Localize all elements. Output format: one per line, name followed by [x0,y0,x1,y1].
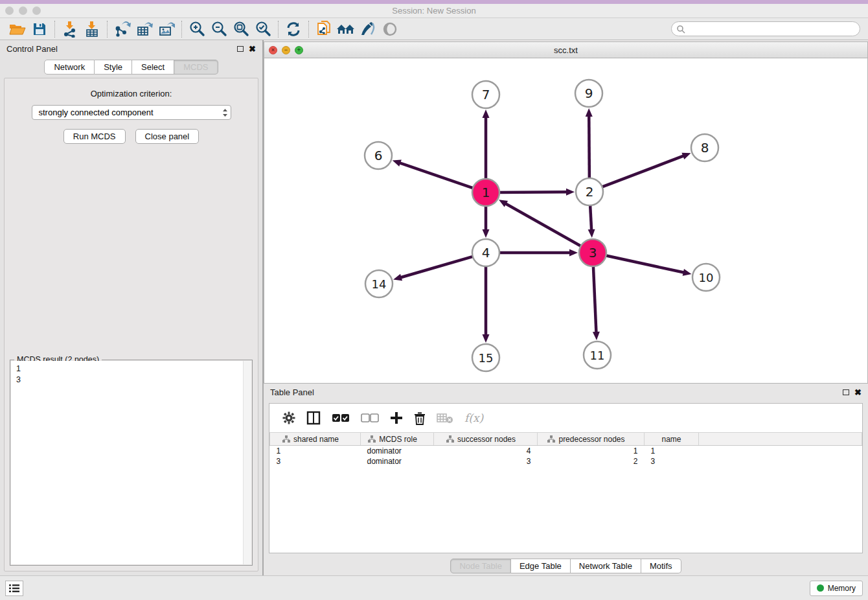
tab-edge-table[interactable]: Edge Table [511,559,571,573]
hide-graphics-button[interactable] [379,20,401,38]
task-history-button[interactable] [5,581,23,596]
float-panel-icon[interactable] [843,389,849,395]
save-session-button[interactable] [29,20,51,38]
import-table-icon [84,21,100,38]
control-panel: Control Panel ✖ Network Style Select MCD… [0,40,262,575]
show-all-networks-button[interactable] [335,20,357,38]
refresh-icon [286,21,301,37]
table-cell[interactable]: 4 [434,446,538,456]
graph-edge-1-2[interactable] [498,192,567,192]
close-panel-icon[interactable]: ✖ [854,388,862,397]
table-cell[interactable]: dominator [361,446,434,456]
apply-layout-button[interactable] [282,20,304,38]
search-input[interactable] [685,23,860,35]
table-cell[interactable]: 3 [645,456,699,467]
show-columns-icon[interactable] [306,411,321,425]
graph-node-label: 9 [585,86,593,101]
table-cell[interactable]: 3 [270,456,361,467]
table-row[interactable]: 1dominator411 [270,446,862,456]
mcds-result-group: MCDS result (2 nodes) 1 3 [10,360,253,566]
table-cell[interactable]: 1 [270,446,361,456]
graph-edge-3-10[interactable] [605,255,685,273]
column-name[interactable]: name [645,433,699,446]
graph-edge-3-11[interactable] [593,265,597,333]
import-network-button[interactable] [59,20,81,38]
network-view-window: × − + scc.txt 7968124314101511 [264,41,868,384]
graph-arrowhead [566,189,575,196]
table-type-tabs: Node Table Edge Table Network Table Moti… [264,559,868,573]
mcds-result-list[interactable]: 1 3 [11,361,251,564]
zoom-selected-button[interactable] [252,20,274,38]
toolbar-separator [107,21,108,38]
clone-network-button[interactable] [313,20,335,38]
export-table-button[interactable] [133,20,155,38]
clone-network-icon [316,20,332,38]
apply-style-button[interactable] [357,20,379,38]
zoom-in-icon [188,21,205,38]
column-shared-name[interactable]: shared name [270,433,361,446]
zoom-out-icon [211,21,227,38]
hierarchy-icon [446,435,454,443]
graph-arrowhead [569,249,578,257]
export-network-button[interactable] [111,20,133,38]
open-session-button[interactable] [6,20,29,38]
zoom-in-button[interactable] [186,20,208,38]
tab-node-table[interactable]: Node Table [450,559,511,573]
export-image-button[interactable] [155,20,177,38]
import-table-button[interactable] [81,20,103,38]
graph-node-label: 6 [374,148,383,163]
table-panel-title: Table Panel [270,387,314,397]
graph-edge-2-8[interactable] [601,156,684,187]
control-panel-title: Control Panel [6,44,58,54]
table-cell[interactable]: 1 [645,446,699,456]
memory-status-dot [817,584,824,592]
table-cell[interactable]: 2 [538,456,645,467]
column-mcds-role[interactable]: MCDS role [361,433,434,446]
tab-motifs[interactable]: Motifs [641,559,681,573]
float-panel-icon[interactable] [237,46,244,52]
optimization-criterion-label: Optimization criterion: [5,89,258,98]
list-icon [9,584,19,593]
application-window: Session: New Session [0,0,868,600]
table-settings-gear-icon[interactable] [282,411,295,424]
graph-edge-2-3[interactable] [590,204,591,231]
table-header-row: shared name MCDS role successor nodes pr… [270,433,862,446]
add-row-plus-icon[interactable] [390,411,403,424]
tab-select[interactable]: Select [132,60,174,75]
network-window-titlebar[interactable]: × − + scc.txt [264,42,867,58]
optimization-criterion-value: strongly connected component [39,108,154,117]
zoom-fit-button[interactable] [230,20,252,38]
graph-edge-3-1[interactable] [505,203,582,247]
close-panel-icon[interactable]: ✖ [249,45,256,53]
graph-edge-2-9[interactable] [589,115,589,179]
network-graph[interactable]: 7968124314101511 [264,58,867,383]
run-mcds-button[interactable]: Run MCDS [63,129,126,144]
result-scrollbar[interactable] [243,361,251,564]
table-cell[interactable]: dominator [361,456,434,467]
tab-network-table[interactable]: Network Table [571,559,641,573]
graph-edge-1-6[interactable] [399,163,474,189]
tab-style[interactable]: Style [95,60,132,75]
search-box[interactable] [671,21,860,36]
network-canvas[interactable]: 7968124314101511 [264,58,867,383]
zoom-out-button[interactable] [208,20,230,38]
toolbar-separator [308,21,309,38]
table-cell[interactable]: 3 [434,456,538,467]
hierarchy-icon [282,435,290,443]
column-predecessor-nodes[interactable]: predecessor nodes [538,433,645,446]
column-successor-nodes[interactable]: successor nodes [434,433,538,446]
memory-button[interactable]: Memory [810,581,863,596]
graph-edge-4-14[interactable] [400,256,474,277]
select-all-icon[interactable] [332,413,350,422]
optimization-criterion-select[interactable]: strongly connected component [32,105,231,120]
close-panel-button[interactable]: Close panel [135,129,200,144]
tab-network[interactable]: Network [44,60,95,75]
tab-mcds[interactable]: MCDS [174,60,218,75]
export-image-icon [158,21,175,38]
double-home-icon [336,22,356,36]
unselect-all-icon[interactable] [361,413,379,422]
delete-row-trash-icon[interactable] [414,411,426,425]
table-row[interactable]: 3dominator323 [270,456,862,467]
table-cell[interactable]: 1 [538,446,645,456]
node-table: shared name MCDS role successor nodes pr… [269,432,862,467]
